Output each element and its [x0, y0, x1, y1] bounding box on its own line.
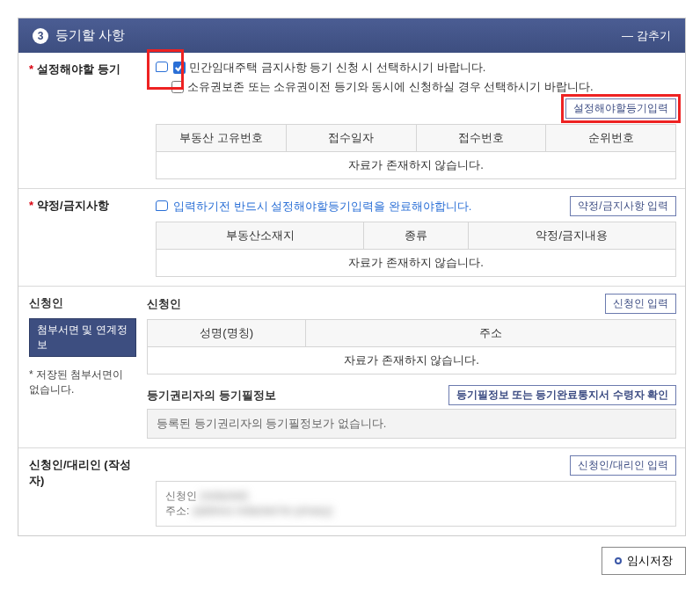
agent-input-button[interactable]: 신청인/대리인 입력	[570, 455, 676, 476]
panel-title: 등기할 사항	[55, 27, 125, 44]
agent-name-label: 신청인	[165, 490, 197, 502]
reg-config-input-button[interactable]: 설정해야할등기입력	[565, 98, 676, 119]
reg-config-empty: 자료가 존재하지 않습니다.	[157, 152, 676, 179]
check1-label: 민간임대주택 금지사항 등기 신청 시 선택하시기 바랍니다.	[189, 60, 485, 76]
applicant-label: 신청인	[29, 295, 136, 311]
agent-addr-value: (address redacted for privacy)	[193, 505, 332, 517]
th-property-no: 부동산 고유번호	[157, 125, 287, 152]
applicant-section-title: 신청인	[147, 296, 181, 312]
panel-header: 3 등기할 사항 — 감추기	[18, 18, 685, 53]
check2-label: 소유권보존 또는 소유권이전 등기와 동시에 신청하실 경우 선택하시기 바랍니…	[187, 79, 594, 95]
collapse-label: 감추기	[637, 28, 671, 44]
saved-note-prefix: *	[29, 368, 36, 381]
saved-attachment-note: 저장된 첨부서면이 없습니다.	[29, 368, 123, 396]
th-receipt-date: 접수일자	[286, 125, 416, 152]
agent-label: 신청인/대리인 (작성자)	[18, 448, 147, 535]
prohibition-info: 입력하기전 반드시 설정해야할등기입력을 완료해야합니다.	[173, 199, 471, 215]
applicant-input-button[interactable]: 신청인 입력	[605, 294, 676, 314]
step-badge: 3	[33, 28, 48, 44]
th-property-loc: 부동산소재지	[157, 222, 364, 250]
th-receipt-no: 접수번호	[416, 125, 546, 152]
agent-section: 신청인/대리인 (작성자) 신청인/대리인 입력 신청인 (redacted) …	[18, 447, 685, 535]
applicant-table: 성명(명칭) 주소 자료가 존재하지 않습니다.	[147, 319, 676, 374]
speech-icon	[156, 62, 168, 72]
prohibition-section: 약정/금지사항 입력하기전 반드시 설정해야할등기입력을 완료해야합니다. 약정…	[18, 188, 685, 286]
reg-config-label: 설정해야할 등기	[18, 53, 147, 188]
agent-addr-label: 주소:	[165, 505, 189, 517]
agent-details-box: 신청인 (redacted) 주소: (address redacted for…	[156, 481, 676, 527]
applicant-empty: 자료가 존재하지 않습니다.	[148, 347, 676, 374]
regright-confirm-button[interactable]: 등기필정보 또는 등기완료통지서 수령자 확인	[448, 385, 676, 405]
prohibition-input-button[interactable]: 약정/금지사항 입력	[570, 196, 676, 216]
attachment-info-button[interactable]: 첨부서면 및 연계정보	[29, 318, 136, 357]
check-prohibition-registration[interactable]	[173, 62, 186, 74]
regright-title: 등기권리자의 등기필정보	[147, 388, 276, 404]
footer-actions: 임시저장	[18, 547, 686, 575]
collapse-toggle[interactable]: — 감추기	[622, 28, 671, 44]
th-address: 주소	[306, 320, 676, 347]
panel-body: 설정해야할 등기 민간임대주택 금지사항 등기 신청 시 선택하시기 바랍니다.…	[18, 53, 685, 535]
temp-save-button[interactable]: 임시저장	[602, 547, 686, 575]
th-content: 약정/금지내용	[468, 222, 675, 250]
minus-icon: —	[622, 29, 633, 42]
regright-empty-note: 등록된 등기권리자의 등기필정보가 없습니다.	[147, 409, 676, 439]
th-name: 성명(명칭)	[148, 320, 306, 347]
save-indicator-icon	[615, 557, 622, 564]
speech-icon	[156, 200, 168, 211]
th-rank-no: 순위번호	[546, 125, 676, 152]
prohibition-table: 부동산소재지 종류 약정/금지내용 자료가 존재하지 않습니다.	[156, 222, 676, 277]
save-label: 임시저장	[627, 553, 673, 569]
reg-config-table: 부동산 고유번호 접수일자 접수번호 순위번호 자료가 존재하지 않습니다.	[156, 124, 676, 179]
registration-panel: 3 등기할 사항 — 감추기 설정해야할 등기 민간임대주택 금지사항 등기 신…	[18, 18, 686, 536]
prohibition-label: 약정/금지사항	[18, 189, 147, 286]
check-ownership-simultaneous[interactable]	[171, 81, 184, 93]
prohibition-empty: 자료가 존재하지 않습니다.	[157, 250, 676, 277]
agent-name-value: (redacted)	[200, 490, 248, 502]
applicant-section: 신청인 첨부서면 및 연계정보 * 저장된 첨부서면이 없습니다. 신청인 신청…	[18, 286, 685, 447]
reg-config-section: 설정해야할 등기 민간임대주택 금지사항 등기 신청 시 선택하시기 바랍니다.…	[18, 53, 685, 188]
th-type: 종류	[364, 222, 468, 250]
